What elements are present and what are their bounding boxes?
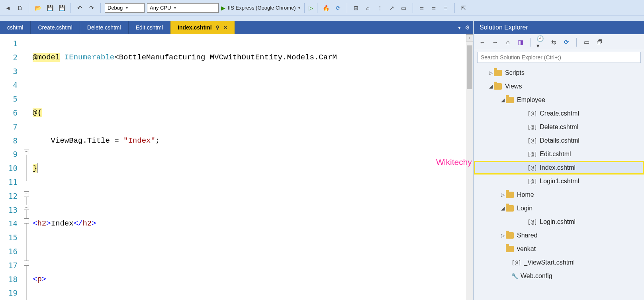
home-icon[interactable]: ⌂ [503, 38, 512, 47]
tab-edit[interactable]: Edit.cshtml [129, 21, 170, 34]
fold-box[interactable]: − [24, 149, 29, 154]
comment-icon[interactable]: ≡ [441, 3, 450, 13]
razor-icon: [@] [527, 178, 537, 184]
watermark-text: Wikitechy [436, 157, 472, 167]
toolbar-icon-c[interactable]: ⋮ [375, 3, 385, 13]
tree-folder-venkat[interactable]: ▷venkat [474, 242, 644, 256]
folder-icon [494, 70, 502, 76]
tree-file-viewstart[interactable]: [@]_ViewStart.cshtml [474, 256, 644, 269]
document-tabs: cshtml Create.cshtml Delete.cshtml Edit.… [0, 21, 473, 34]
toolbar-icon-d[interactable]: ↗ [387, 3, 397, 13]
browser-link-icon[interactable]: 🔥 [321, 3, 331, 13]
tab-delete[interactable]: Delete.cshtml [80, 21, 129, 34]
refresh-icon[interactable]: ⟳ [333, 3, 343, 13]
code-content[interactable]: @model IEnumerable<BottleManufacturing_M… [33, 34, 473, 300]
undo-icon[interactable]: ↶ [75, 3, 84, 13]
config-icon: 🔧 [511, 273, 518, 279]
history-icon[interactable]: 🕘▾ [536, 38, 545, 47]
save-all-icon[interactable]: 💾 [57, 3, 67, 13]
start-without-debug-icon[interactable]: ▷ [309, 5, 313, 11]
solution-explorer-title: Solution Explorer [474, 21, 644, 34]
tab-index-label: Index.cshtml [178, 24, 212, 31]
solution-explorer: Solution Explorer ← → ⌂ ◨ 🕘▾ ⇆ ⟳ ▭ 🗇 ▷Sc… [474, 21, 644, 300]
solution-explorer-toolbar: ← → ⌂ ◨ 🕘▾ ⇆ ⟳ ▭ 🗇 [474, 34, 644, 50]
scrollbar-thumb[interactable] [467, 45, 472, 89]
fold-column: − − − − − [22, 34, 33, 300]
toolbar-icon-e[interactable]: ▭ [399, 3, 409, 13]
export-icon[interactable]: ⇱ [459, 3, 468, 13]
tree-file-index[interactable]: [@]Index.cshtml [474, 161, 644, 175]
folder-icon [506, 205, 514, 212]
tree-folder-employee[interactable]: ◢Employee [474, 93, 644, 107]
razor-icon: [@] [527, 151, 537, 157]
tree-file-edit[interactable]: [@]Edit.cshtml [474, 147, 644, 161]
tab-partial[interactable]: cshtml [0, 21, 31, 34]
main-toolbar: ◄ 🗋 📂 💾 💾 ↶ ↷ Debug▾ Any CPU▾ ▶IIS Expre… [0, 0, 644, 16]
razor-icon: [@] [527, 124, 537, 130]
folder-icon [494, 83, 502, 90]
line-gutter: 12345678910111213141516171819 [0, 34, 22, 300]
play-icon: ▶ [221, 5, 225, 11]
vertical-scrollbar[interactable] [466, 41, 473, 300]
platform-value: Any CPU [150, 5, 171, 11]
tree-file-login[interactable]: [@]Login.cshtml [474, 215, 644, 229]
folder-icon [506, 97, 514, 103]
run-label: IIS Express (Google Chrome) [228, 5, 296, 11]
close-icon[interactable]: ✕ [223, 25, 227, 30]
nav-back-icon[interactable]: ← [478, 38, 487, 47]
tab-index[interactable]: Index.cshtml⚲✕ [170, 21, 235, 34]
indent-left-icon[interactable]: ≣ [417, 3, 427, 13]
solution-icon[interactable]: ◨ [516, 38, 525, 47]
config-dropdown[interactable]: Debug▾ [105, 3, 145, 13]
tree-file-create[interactable]: [@]Create.cshtml [474, 107, 644, 120]
tree-file-details[interactable]: [@]Details.cshtml [474, 134, 644, 147]
indent-right-icon[interactable]: ≣ [429, 3, 438, 13]
refresh-icon[interactable]: ⟳ [562, 38, 571, 47]
tree-folder-home[interactable]: ▷Home [474, 188, 644, 202]
search-input[interactable] [477, 52, 641, 63]
fold-box[interactable]: − [24, 218, 29, 224]
open-icon[interactable]: 📂 [33, 3, 43, 13]
toolbar-icon-a[interactable]: ⊞ [351, 3, 361, 13]
fold-box[interactable]: − [24, 261, 29, 266]
toolbar-icon-b[interactable]: ⌂ [363, 3, 373, 13]
folder-icon [506, 232, 514, 239]
folder-icon [506, 246, 514, 252]
nav-back-icon[interactable]: ◄ [3, 3, 13, 13]
tab-create[interactable]: Create.cshtml [31, 21, 80, 34]
show-all-icon[interactable]: 🗇 [595, 38, 604, 47]
code-editor[interactable]: 12345678910111213141516171819 − − − − − … [0, 34, 473, 300]
tree-file-webconfig[interactable]: 🔧Web.config [474, 269, 644, 283]
run-button[interactable]: ▶IIS Express (Google Chrome)▾ [221, 5, 300, 11]
fold-box[interactable]: − [24, 191, 29, 196]
split-box-icon[interactable]: ↕ [466, 34, 473, 41]
sync-icon[interactable]: ⇆ [549, 38, 558, 47]
razor-icon: [@] [527, 110, 537, 117]
solution-explorer-search [474, 50, 644, 65]
pin-icon[interactable]: ⚲ [216, 25, 219, 30]
tree-folder-scripts[interactable]: ▷Scripts [474, 66, 644, 80]
razor-icon: [@] [527, 137, 537, 144]
tree-file-login1[interactable]: [@]Login1.cshtml [474, 175, 644, 188]
nav-fwd-icon[interactable]: → [491, 38, 499, 47]
tree-folder-login[interactable]: ◢Login [474, 202, 644, 215]
collapse-icon[interactable]: ▭ [582, 38, 591, 47]
razor-icon: [@] [527, 165, 537, 171]
redo-icon[interactable]: ↷ [87, 3, 96, 13]
folder-icon [506, 192, 514, 198]
fold-box[interactable]: − [24, 205, 29, 210]
razor-icon: [@] [527, 219, 537, 225]
tab-settings-icon[interactable]: ⚙ [465, 24, 470, 31]
tab-overflow-icon[interactable]: ▾ [458, 24, 461, 31]
save-icon[interactable]: 💾 [45, 3, 55, 13]
tree-folder-views[interactable]: ◢Views [474, 80, 644, 93]
new-item-icon[interactable]: 🗋 [15, 3, 25, 13]
razor-icon: [@] [511, 259, 521, 266]
solution-tree: ▷Scripts ◢Views ◢Employee [@]Create.csht… [474, 65, 644, 300]
config-value: Debug [108, 5, 123, 11]
tree-file-delete[interactable]: [@]Delete.cshtml [474, 120, 644, 134]
platform-dropdown[interactable]: Any CPU▾ [147, 3, 219, 13]
tree-folder-shared[interactable]: ▷Shared [474, 229, 644, 242]
